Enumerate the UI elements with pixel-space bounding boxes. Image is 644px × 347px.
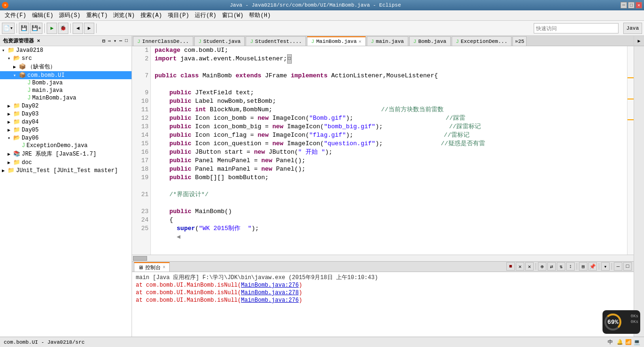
- console-min-btn[interactable]: —: [614, 262, 622, 271]
- menu-search[interactable]: 搜索(A): [138, 10, 165, 20]
- code-line-blank4: [155, 199, 623, 207]
- tree-item-day06[interactable]: ▾ 📂 Day06: [0, 134, 132, 142]
- console-pin-btn[interactable]: 📌: [588, 262, 597, 271]
- code-line-18: public Panel mainPanel = new Panel();: [155, 165, 623, 174]
- console-link-1[interactable]: MainBomb.java:276: [241, 282, 298, 289]
- tree-item-day05[interactable]: ▶ 📁 Day05: [0, 126, 132, 134]
- console-link-3[interactable]: MainBomb.java:276: [241, 297, 298, 304]
- console-run-line: main [Java 应用程序] F:\学习\JDK\bin\javaw.exe…: [136, 274, 630, 281]
- sidebar-tree: ▾ 📁 Java0218 ▾ 📂 src ▶ 📦 （缺省包） ▾ 📦 com.b…: [0, 46, 132, 174]
- console-btn7[interactable]: ↕: [566, 262, 575, 271]
- speed-bars: 0Ks 0Ks: [631, 314, 638, 324]
- console-sep3: [599, 263, 599, 270]
- close-button[interactable]: ✕: [636, 2, 642, 8]
- tree-item-exceptiondemo[interactable]: J ExceptionDemo.java: [0, 142, 132, 149]
- minimize-button[interactable]: ─: [620, 2, 627, 8]
- console-tab-bar: 🖥 控制台 × ■ ✕ ✕ ⊕ ⇄ ⇅ ↕ ⊞ 📌: [132, 262, 634, 272]
- tree-item-main-java[interactable]: J main.java: [0, 87, 132, 94]
- tab-bomb-java[interactable]: J Bomb.java: [409, 36, 451, 46]
- sidebar-min-btn[interactable]: —: [118, 38, 123, 44]
- toolbar-new[interactable]: 📄▾: [2, 23, 15, 34]
- eclipse-icon: ☀: [2, 2, 8, 8]
- quick-access-input[interactable]: [534, 23, 619, 33]
- tab-more[interactable]: »25: [512, 36, 527, 46]
- console-scroll-lock[interactable]: ⊕: [538, 262, 546, 271]
- code-line-blank2: [155, 80, 623, 89]
- menu-file[interactable]: 文件(F): [2, 10, 29, 20]
- sidebar-max-btn[interactable]: □: [124, 38, 129, 44]
- toolbar-save-all[interactable]: 💾+: [30, 23, 43, 34]
- toolbar-forward[interactable]: ▶: [84, 23, 94, 34]
- line-numbers: 1 2 7 9 10 11 12 13 14 15 16 17 18 19 21: [132, 46, 151, 255]
- console-btn3[interactable]: ✕: [525, 262, 534, 271]
- code-line-24: {: [155, 216, 623, 224]
- console-word-wrap[interactable]: ⇄: [547, 262, 556, 271]
- tree-item-day04[interactable]: ▶ 📁 day04: [0, 118, 132, 126]
- code-content[interactable]: package com.bomb.UI; import java.awt.eve…: [151, 46, 627, 255]
- editor-hscroll[interactable]: [132, 255, 634, 261]
- perspective-java[interactable]: Java: [623, 23, 642, 34]
- tab-student-java[interactable]: J Student.java: [194, 36, 245, 46]
- console-menu-btn[interactable]: ▾: [601, 262, 610, 271]
- speed-widget: 69% 0Ks 0Ks: [603, 310, 640, 334]
- tree-item-com-bomb-ui[interactable]: ▾ 📦 com.bomb.UI: [0, 71, 132, 79]
- tree-item-day02[interactable]: ▶ 📁 Day02: [0, 102, 132, 110]
- code-line-12: public Icon icon_bomb = new ImageIcon("B…: [155, 114, 623, 123]
- tab-studenttest[interactable]: J StudentTest....: [246, 36, 306, 46]
- console-max-btn[interactable]: □: [623, 262, 632, 271]
- toolbar-run[interactable]: ▶: [47, 23, 57, 34]
- tab-mainbomb-java[interactable]: J MainBomb.java ✕: [307, 36, 365, 46]
- console-content[interactable]: main [Java 应用程序] F:\学习\JDK\bin\javaw.exe…: [132, 272, 634, 337]
- sidebar-header: 包资源管理器 × ⊟ ⇨ ▾ — □: [0, 36, 132, 46]
- toolbar-sep3: [70, 24, 71, 33]
- main-layout: 包资源管理器 × ⊟ ⇨ ▾ — □ ▾ 📁 Java0218 ▾ 📂 src: [0, 36, 644, 337]
- ruler-mark-2: [627, 99, 634, 99]
- menu-help[interactable]: 帮助(H): [246, 10, 273, 20]
- tree-item-mainbomb-java[interactable]: J MainBomb.java: [0, 94, 132, 102]
- tab-main-java[interactable]: J main.java: [367, 36, 408, 46]
- console-tab-main[interactable]: 🖥 控制台 ×: [134, 262, 170, 272]
- window-controls[interactable]: ─ □ ✕: [620, 2, 642, 8]
- tree-item-jre[interactable]: ▶ 📚 JRE 系统库 [JavaSE-1.7]: [0, 149, 132, 158]
- code-editor[interactable]: 1 2 7 9 10 11 12 13 14 15 16 17 18 19 21: [132, 46, 634, 255]
- hscroll-thumb[interactable]: [133, 256, 147, 261]
- ruler-mark-1: [627, 77, 634, 78]
- code-line-2: import java.awt.event.MouseListener;□: [155, 55, 623, 63]
- code-line-25: super("WK 2015制作 ");: [155, 224, 623, 233]
- tree-item-src[interactable]: ▾ 📂 src: [0, 54, 132, 62]
- toolbar-debug[interactable]: 🐞: [58, 23, 68, 34]
- ruler-mark-3: [627, 119, 634, 120]
- toolbar-back[interactable]: ◀: [73, 23, 83, 34]
- menu-edit[interactable]: 编辑(E): [29, 10, 57, 20]
- tree-item-doc[interactable]: ▶ 📁 doc: [0, 158, 132, 166]
- tab-close-mainbomb[interactable]: ✕: [359, 39, 362, 44]
- code-line-7: public class MainBomb extends JFrame imp…: [155, 72, 623, 80]
- console-sep: [536, 263, 536, 270]
- menu-project[interactable]: 项目(P): [165, 10, 192, 20]
- console-btn6[interactable]: ⇅: [557, 262, 565, 271]
- tab-innerclassde[interactable]: J InnerClassDe...: [133, 36, 193, 46]
- tree-item-day03[interactable]: ▶ 📁 Day03: [0, 110, 132, 118]
- tree-item-junit[interactable]: ▶ 📁 JUnit_Test [JUnit_Test master]: [0, 166, 132, 174]
- console-stop-btn[interactable]: ■: [506, 262, 515, 271]
- console-btn2[interactable]: ✕: [516, 262, 524, 271]
- sidebar-title: 包资源管理器 ×: [3, 37, 40, 44]
- maximize-button[interactable]: □: [628, 2, 635, 8]
- sidebar-collapse-btn[interactable]: ⊟: [101, 38, 106, 44]
- console-tab-close[interactable]: ×: [163, 265, 165, 270]
- sidebar-link-btn[interactable]: ⇨: [107, 38, 112, 44]
- menu-navigate[interactable]: 浏览(N): [110, 10, 138, 20]
- menu-window[interactable]: 窗口(W): [219, 10, 247, 20]
- menu-run[interactable]: 运行(R): [192, 10, 219, 20]
- toolbar-save[interactable]: 💾: [19, 23, 29, 34]
- console-link-2[interactable]: MainBomb.java:278: [241, 289, 298, 296]
- console-new-btn[interactable]: ⊞: [579, 262, 587, 271]
- right-panel-toggle[interactable]: ▶: [634, 36, 644, 46]
- sidebar-menu-btn[interactable]: ▾: [113, 38, 117, 44]
- tree-item-default-pkg[interactable]: ▶ 📦 （缺省包）: [0, 62, 132, 71]
- tree-item-java0218[interactable]: ▾ 📁 Java0218: [0, 46, 132, 54]
- tree-item-bomb-java[interactable]: J Bomb.java: [0, 79, 132, 87]
- menu-source[interactable]: 源码(S): [56, 10, 83, 20]
- tab-exceptiondem[interactable]: J ExceptionDem...: [452, 36, 512, 46]
- menu-refactor[interactable]: 重构(T): [83, 10, 111, 20]
